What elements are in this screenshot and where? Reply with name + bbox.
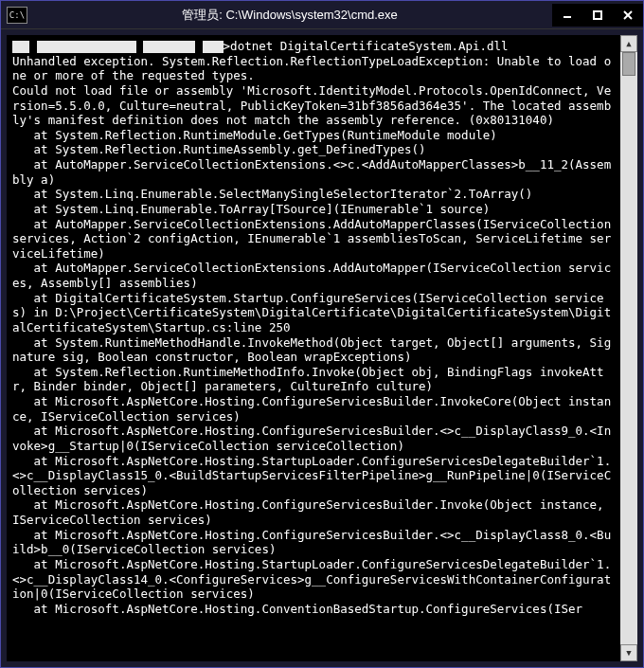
- output-line: at AutoMapper.ServiceCollectionExtension…: [12, 157, 615, 187]
- output-line: at Microsoft.AspNetCore.Hosting.Configur…: [12, 424, 615, 453]
- cmd-window: C:\ 管理员: C:\Windows\system32\cmd.exe >do…: [0, 0, 644, 668]
- output-line: at Microsoft.AspNetCore.Hosting.Conventi…: [12, 602, 615, 617]
- output-line: at AutoMapper.ServiceCollectionExtension…: [12, 261, 615, 290]
- close-icon: [623, 10, 633, 20]
- output-line: at Microsoft.AspNetCore.Hosting.Configur…: [12, 497, 615, 527]
- close-button[interactable]: [613, 4, 643, 27]
- output-line: at System.Reflection.RuntimeModule.GetTy…: [12, 128, 615, 143]
- output-line: at System.RuntimeMethodHandle.InvokeMeth…: [12, 335, 615, 365]
- output-line: at System.Reflection.RuntimeMethodInfo.I…: [12, 365, 615, 394]
- redacted-segment: [203, 41, 224, 53]
- output-line: at System.Reflection.RuntimeAssembly.get…: [12, 142, 615, 157]
- output-line: at System.Linq.Enumerable.SelectManySing…: [12, 187, 615, 202]
- output-line: at Microsoft.AspNetCore.Hosting.StartupL…: [12, 557, 615, 602]
- minimize-button[interactable]: [552, 4, 582, 27]
- titlebar: C:\ 管理员: C:\Windows\system32\cmd.exe: [1, 1, 643, 29]
- output-line: at Microsoft.AspNetCore.Hosting.Configur…: [12, 394, 615, 424]
- vertical-scrollbar[interactable]: ▲ ▼: [620, 35, 637, 661]
- scroll-thumb[interactable]: [622, 52, 635, 76]
- scroll-down-button[interactable]: ▼: [620, 644, 637, 661]
- redacted-segment: [37, 41, 136, 53]
- output-line: Could not load file or assembly 'Microso…: [12, 83, 615, 128]
- output-line: Unhandled exception. System.Reflection.R…: [12, 54, 615, 83]
- prompt-command: >dotnet DigitalCertificateSystem.Api.dll: [224, 39, 509, 53]
- window-controls: [552, 1, 643, 28]
- maximize-icon: [593, 10, 602, 20]
- maximize-button[interactable]: [582, 4, 613, 27]
- terminal-output[interactable]: >dotnet DigitalCertificateSystem.Api.dll…: [7, 35, 620, 661]
- output-line: at DigitalCertificateSystem.Startup.Conf…: [12, 291, 615, 335]
- window-title: 管理员: C:\Windows\system32\cmd.exe: [27, 7, 552, 24]
- client-area: >dotnet DigitalCertificateSystem.Api.dll…: [1, 29, 643, 667]
- output-line: at Microsoft.AspNetCore.Hosting.Configur…: [12, 528, 615, 557]
- minimize-icon: [563, 10, 572, 20]
- scroll-track[interactable]: [620, 52, 637, 644]
- svg-rect-1: [594, 11, 601, 19]
- output-line: at Microsoft.AspNetCore.Hosting.StartupL…: [12, 454, 615, 498]
- output-line: at AutoMapper.ServiceCollectionExtension…: [12, 217, 615, 262]
- system-menu-icon[interactable]: C:\: [7, 7, 27, 24]
- scroll-up-button[interactable]: ▲: [620, 35, 637, 52]
- output-line: at System.Linq.Enumerable.ToArray[TSourc…: [12, 202, 615, 217]
- redacted-segment: [12, 41, 29, 53]
- redacted-segment: [143, 41, 195, 53]
